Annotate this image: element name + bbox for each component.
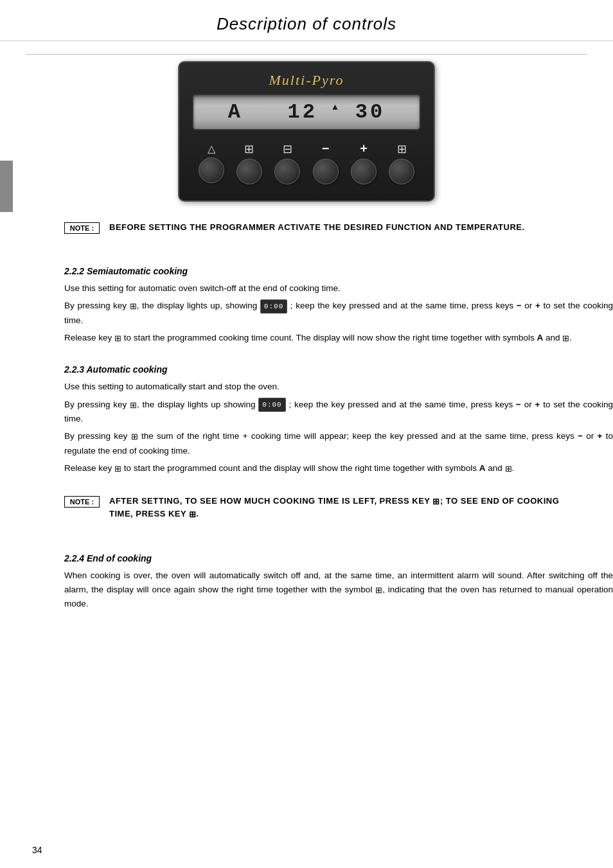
section-223-p4: Release key ⊞ to start the programmed co… (64, 461, 613, 475)
note2-text: AFTER SETTING, TO SEE HOW MUCH COOKING T… (109, 495, 581, 521)
section-223-p3: By pressing key ⊞ the sum of the right t… (64, 429, 613, 458)
section-224-body: When cooking is over, the oven will auto… (64, 569, 613, 612)
section-222-p1: Use this setting for automatic oven swit… (64, 281, 613, 296)
display-30: 30 (355, 100, 385, 124)
page-title: Description of controls (26, 14, 587, 34)
btn-group-1: △ (199, 143, 224, 183)
btn-group-2: ⊞ (236, 142, 262, 184)
btn-group-5: + (351, 141, 377, 184)
key-icon-4: ⊞ (130, 400, 137, 409)
note1-label: NOTE : (64, 222, 100, 234)
section-223-title: 2.2.3 Automatic cooking (64, 364, 613, 375)
key-icon-1: ⊞ (130, 301, 137, 311)
note1-section: NOTE : BEFORE SETTING THE PROGRAMMER ACT… (0, 221, 613, 266)
control-panel-container: Multi-Pyro A 12 ▲ 30 △ ⊞ (0, 55, 613, 202)
display-12: 12 (288, 100, 317, 124)
page-number: 34 (32, 845, 42, 855)
key-icon-5: ⊞ (131, 432, 138, 441)
section-223: 2.2.3 Automatic cooking Use this setting… (0, 364, 613, 475)
key-icon-2: ⊞ (114, 333, 121, 343)
section-222-body: Use this setting for automatic oven swit… (64, 281, 613, 345)
note2-key2: ⊞ (189, 509, 197, 519)
btn-group-3: ⊟ (274, 142, 300, 184)
section-222-p3: Release key ⊞ to start the programmed co… (64, 331, 613, 345)
page: Description of controls Multi-Pyro A 12 … (0, 0, 613, 868)
key-icon-7: ⊞ (505, 464, 512, 474)
section-224-title: 2.2.4 End of cooking (64, 553, 613, 563)
minus-label: − (322, 141, 330, 156)
note1: NOTE : BEFORE SETTING THE PROGRAMMER ACT… (64, 221, 581, 234)
endtime-icon: ⊞ (397, 142, 407, 156)
note2-key1: ⊞ (432, 497, 440, 506)
button-6[interactable] (389, 159, 414, 184)
section-224: 2.2.4 End of cooking When cooking is ove… (0, 553, 613, 612)
note2: NOTE : AFTER SETTING, TO SEE HOW MUCH CO… (64, 495, 581, 521)
key-icon-8: ⊞ (375, 585, 382, 595)
section-222-p2: By pressing key ⊞, the display lights up… (64, 299, 613, 328)
section-222-title: 2.2.2 Semiautomatic cooking (64, 266, 613, 276)
btn-group-4: − (313, 141, 339, 184)
note2-label: NOTE : (64, 496, 100, 508)
button-3[interactable] (274, 159, 300, 184)
buttons-row: △ ⊞ ⊟ − (192, 138, 421, 188)
brand-name: Multi-Pyro (192, 72, 421, 89)
display-000-2: 0:00 (258, 398, 285, 412)
section-224-p1: When cooking is over, the oven will auto… (64, 569, 613, 612)
display-text: A 12 ▲ 30 (228, 100, 385, 124)
section-222: 2.2.2 Semiautomatic cooking Use this set… (0, 266, 613, 345)
button-plus[interactable] (351, 159, 377, 184)
section-223-body: Use this setting to automatically start … (64, 380, 613, 475)
key-icon-3: ⊞ (562, 333, 569, 343)
timer-icon: ⊟ (283, 142, 292, 156)
button-1[interactable] (199, 157, 224, 183)
display-a: A (228, 100, 243, 124)
clock-icon: ⊞ (244, 142, 254, 156)
note2-section: NOTE : AFTER SETTING, TO SEE HOW MUCH CO… (0, 495, 613, 553)
button-minus[interactable] (313, 159, 339, 184)
control-panel: Multi-Pyro A 12 ▲ 30 △ ⊞ (178, 61, 435, 202)
display-000-1: 0:00 (260, 299, 287, 314)
display-area: A 12 ▲ 30 (192, 94, 421, 130)
bell-icon: △ (208, 143, 215, 155)
plus-label: + (360, 141, 368, 156)
section-223-p2: By pressing key ⊞, the display lights up… (64, 398, 613, 427)
page-header: Description of controls (0, 0, 613, 41)
button-2[interactable] (236, 159, 262, 184)
note1-text: BEFORE SETTING THE PROGRAMMER ACTIVATE T… (109, 221, 525, 234)
btn-group-6: ⊞ (389, 142, 414, 184)
display-symbol: ▲ (332, 102, 340, 112)
left-tab (0, 161, 13, 212)
section-223-p1: Use this setting to automatically start … (64, 380, 613, 394)
key-icon-6: ⊞ (114, 464, 121, 474)
